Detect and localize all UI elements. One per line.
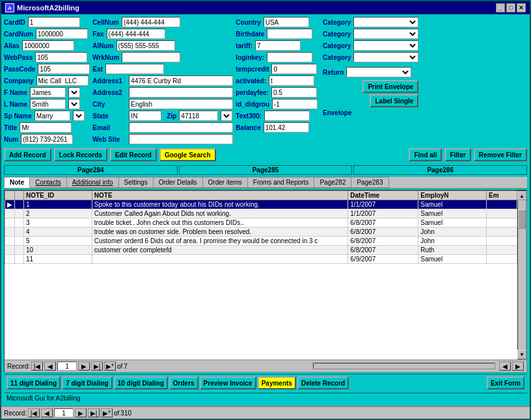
tab-order-details[interactable]: Order Details — [154, 177, 203, 188]
return-select[interactable] — [346, 67, 411, 77]
loginkey-input[interactable] — [267, 52, 312, 62]
num-input[interactable] — [21, 134, 73, 144]
text300-input[interactable] — [264, 111, 310, 121]
company-input[interactable] — [36, 75, 88, 86]
fname-input[interactable] — [30, 87, 66, 98]
preview-invoice-button[interactable]: Preview Invoice — [200, 376, 256, 389]
country-input[interactable] — [264, 17, 309, 27]
exit-form-button[interactable]: Exit Form — [487, 376, 524, 389]
nav-last-button[interactable]: ▶| — [91, 361, 103, 371]
maximize-button[interactable]: □ — [506, 3, 515, 12]
google-search-button[interactable]: Google Search — [159, 148, 216, 161]
fax-input[interactable] — [107, 29, 165, 39]
dialing-10-button[interactable]: 10 digit Dialing — [114, 376, 168, 389]
orders-button[interactable]: Orders — [169, 376, 198, 389]
tab-page282[interactable]: Page282 — [314, 177, 351, 188]
category3-select[interactable] — [353, 40, 418, 51]
bottom-nav-new[interactable]: ▶* — [101, 408, 113, 417]
bottom-nav-prev[interactable]: ◀ — [41, 408, 53, 417]
horizontal-scrollbar[interactable] — [313, 363, 495, 369]
scroll-down-arrow[interactable]: ▼ — [517, 350, 526, 359]
spname-dropdown[interactable] — [73, 111, 85, 121]
dialing-7-button[interactable]: 7 digit Dialing — [62, 376, 113, 389]
tab-note[interactable]: Note — [4, 177, 30, 188]
table-row[interactable]: 2 Customer Called Again About Dids not w… — [5, 209, 517, 218]
tab-contacts[interactable]: Contacts — [30, 177, 66, 188]
nav-first-button[interactable]: |◀ — [31, 361, 43, 371]
category4-select[interactable] — [353, 52, 418, 62]
table-row[interactable]: 3 trouble ticket.. John check out this c… — [5, 218, 517, 228]
category2-select[interactable] — [353, 29, 418, 39]
email-input[interactable] — [129, 122, 233, 133]
tab-order-items[interactable]: Order items — [203, 177, 248, 188]
minimize-button[interactable]: _ — [496, 3, 505, 12]
passcode-input[interactable] — [38, 64, 90, 74]
remove-filter-button[interactable]: Remove Filter — [474, 148, 527, 161]
page-tab-284[interactable]: Page284 — [4, 165, 178, 175]
payments-button[interactable]: Payments — [258, 376, 296, 389]
balance-input[interactable] — [264, 122, 309, 133]
record-current-input[interactable] — [57, 361, 77, 371]
dialing-11-button[interactable]: 11 digit Dialing — [7, 376, 61, 389]
wrknum-input[interactable] — [122, 52, 180, 62]
tab-page283[interactable]: Page283 — [351, 177, 388, 188]
hscroll-left[interactable]: ◀ — [499, 361, 511, 371]
ext-input[interactable] — [105, 64, 164, 74]
nav-next-button[interactable]: ▶ — [78, 361, 90, 371]
perdayfee-input[interactable] — [271, 87, 317, 98]
address1-input[interactable] — [129, 75, 233, 86]
activated-input[interactable] — [269, 75, 314, 86]
bottom-record-current[interactable] — [54, 408, 74, 417]
alias-input[interactable] — [22, 40, 74, 51]
webpass-input[interactable] — [35, 52, 87, 62]
page-tab-286[interactable]: Page286 — [353, 165, 527, 175]
scroll-up-arrow[interactable]: ▲ — [517, 191, 526, 200]
filter-button[interactable]: Filter — [444, 148, 470, 161]
birthdate-input[interactable] — [267, 29, 312, 39]
table-row[interactable]: 10 customer order completefd 6/8/2007 Ru… — [5, 246, 517, 255]
cellnum-input[interactable] — [122, 17, 180, 27]
page-tab-285[interactable]: Page285 — [179, 165, 353, 175]
city-input[interactable] — [129, 99, 233, 109]
table-scrollbar[interactable]: ▲ ▼ — [517, 190, 526, 360]
cardnum-input[interactable] — [36, 29, 88, 39]
tab-froms-reports[interactable]: Froms and Reports — [248, 177, 315, 188]
find-all-button[interactable]: Find all — [409, 148, 442, 161]
title-input[interactable] — [20, 122, 72, 133]
bottom-nav-last[interactable]: ▶| — [88, 408, 100, 417]
category1-select[interactable] — [353, 17, 418, 27]
table-row[interactable]: 5 Customer orderd 6 Dids out of area. I … — [5, 237, 517, 246]
table-row[interactable]: 11 6/9/2007 Samuel — [5, 255, 517, 264]
spname-input[interactable] — [34, 111, 70, 121]
address2-input[interactable] — [129, 87, 233, 98]
hscroll-right[interactable]: ▶ — [512, 361, 524, 371]
edit-record-button[interactable]: Edit Record — [110, 148, 157, 161]
lname-input[interactable] — [30, 99, 66, 109]
tab-additional-info[interactable]: Additional info — [67, 177, 119, 188]
tariff-input[interactable] — [255, 40, 301, 51]
nav-prev-button[interactable]: ◀ — [44, 361, 56, 371]
zip-dropdown[interactable] — [221, 111, 232, 121]
bottom-nav-next[interactable]: ▶ — [75, 408, 87, 417]
label-single-button[interactable]: Label Single — [370, 94, 418, 107]
table-row[interactable]: 4 trouble was on customer side. Problem … — [5, 228, 517, 237]
lname-dropdown[interactable] — [68, 99, 80, 109]
tab-settings[interactable]: Settings — [119, 177, 154, 188]
bottom-nav-first[interactable]: |◀ — [28, 408, 40, 417]
delete-record-button[interactable]: Delete Record — [297, 376, 349, 389]
state-input[interactable] — [129, 111, 161, 121]
cardid-input[interactable] — [28, 17, 80, 27]
tempcredit-input[interactable] — [271, 64, 317, 74]
scrollbar-thumb[interactable] — [518, 209, 526, 229]
zip-input[interactable] — [179, 111, 218, 121]
add-record-button[interactable]: Add Record — [4, 148, 51, 161]
table-row[interactable]: ▶ 1 Spoke to this customer today about h… — [5, 200, 517, 209]
iddidgroup-input[interactable] — [272, 99, 318, 109]
table-scroll[interactable]: NOTE_ID NOTE DateTime EmployN Em ▶ — [5, 190, 517, 360]
fname-dropdown[interactable] — [68, 87, 80, 98]
website-input[interactable] — [129, 134, 233, 144]
print-envelope-button[interactable]: Print Envelope — [362, 80, 418, 93]
lock-records-button[interactable]: Lock Records — [54, 148, 107, 161]
alnum-input[interactable] — [116, 40, 175, 51]
nav-new-button[interactable]: ▶* — [104, 361, 116, 371]
